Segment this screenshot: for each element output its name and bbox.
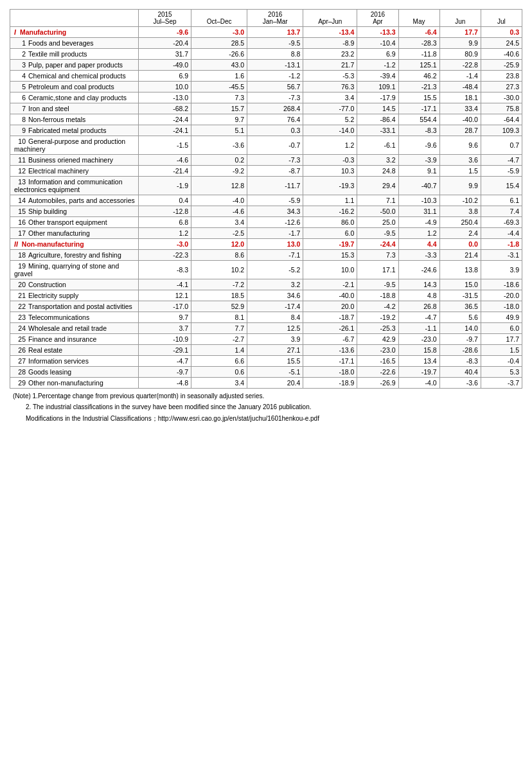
data-cell: -24.1 [139,125,191,136]
data-cell: 29.4 [357,177,398,195]
data-cell: -25.9 [481,60,522,71]
data-cell: 0.6 [191,367,247,378]
table-row: 21Electricity supply12.118.534.6-40.0-18… [10,290,522,301]
data-cell: 15.7 [191,103,247,114]
data-cell: 12.0 [191,239,247,250]
data-cell: -4.7 [398,312,439,323]
data-cell: -9.5 [357,279,398,290]
data-cell: 23.2 [303,49,357,60]
data-cell: -4.8 [139,378,191,389]
data-cell: -22.3 [139,250,191,261]
data-cell: -1.2 [247,71,303,82]
data-cell: 27.1 [247,345,303,356]
data-cell: -24.6 [398,261,439,279]
data-cell: -28.6 [439,345,481,356]
data-cell: 6.0 [303,228,357,239]
data-cell: -22.8 [439,60,481,71]
col-header-oct-dec: Oct–Dec [191,10,247,27]
data-cell: -19.3 [303,177,357,195]
data-cell: 250.4 [439,217,481,228]
data-cell: 20.4 [247,378,303,389]
data-cell: 14.5 [357,103,398,114]
data-cell: 24.5 [481,38,522,49]
data-cell: -19.2 [357,312,398,323]
data-cell: -3.9 [398,155,439,166]
row-label-cell: 10General-purpose and production machine… [10,136,139,155]
row-label-cell: 29Other non-manufacturing [10,378,139,389]
data-cell: 1.1 [303,195,357,206]
data-cell: -40.0 [439,114,481,125]
table-row: 29Other non-manufacturing-4.83.420.4-18.… [10,378,522,389]
data-cell: -0.3 [303,155,357,166]
data-cell: 46.2 [398,71,439,82]
data-cell: 52.9 [191,301,247,312]
data-cell: -50.0 [357,206,398,217]
table-row: 3Pulp, paper and paper products-49.043.0… [10,60,522,71]
data-cell: 31.1 [398,206,439,217]
data-cell: 76.3 [303,82,357,92]
table-row: 20Construction-4.1-7.23.2-2.1-9.514.315.… [10,279,522,290]
col-header-jul: Jul [481,10,522,27]
data-cell: -11.8 [398,49,439,60]
data-cell: -40.6 [481,49,522,60]
data-cell: -30.0 [481,92,522,103]
data-cell: 9.9 [439,177,481,195]
data-cell: 8.1 [191,312,247,323]
data-cell: -19.7 [303,239,357,250]
data-cell: 6.0 [481,323,522,334]
data-cell: -3.6 [439,378,481,389]
data-cell: 7.7 [191,323,247,334]
data-cell: -77.0 [303,103,357,114]
note-2: 2. The industrial classifications in the… [10,403,522,410]
table-row: 22Transportation and postal activities-1… [10,301,522,312]
data-cell: 3.6 [439,155,481,166]
data-cell: 17.7 [439,27,481,38]
data-cell: -28.3 [398,38,439,49]
data-cell: 8.8 [247,49,303,60]
data-cell: 21.4 [439,250,481,261]
col-header-2015-jul-sep: 2015Jul–Sep [139,10,191,27]
row-label-cell: 20Construction [10,279,139,290]
data-cell: 10.3 [303,166,357,177]
data-cell: -25.3 [357,323,398,334]
data-cell: 3.7 [139,323,191,334]
data-cell: -13.1 [247,60,303,71]
data-cell: -12.8 [139,206,191,217]
data-cell: 28.5 [191,38,247,49]
row-label-cell: 28Goods leasing [10,367,139,378]
data-cell: -4.9 [398,217,439,228]
data-cell: 56.7 [247,82,303,92]
data-cell: -17.4 [247,301,303,312]
data-cell: 3.8 [439,206,481,217]
data-cell: 0.3 [481,27,522,38]
data-cell: -19.7 [398,367,439,378]
data-cell: -9.7 [439,334,481,345]
row-label-cell: 17Other manufacturing [10,228,139,239]
row-label-cell: 9Fabricated metal products [10,125,139,136]
data-cell: -0.4 [481,356,522,367]
data-cell: 34.3 [247,206,303,217]
data-cell: -40.7 [398,177,439,195]
data-cell: 0.0 [439,239,481,250]
data-cell: -5.9 [481,166,522,177]
data-cell: 268.4 [247,103,303,114]
data-cell: 7.1 [357,195,398,206]
data-cell: -17.9 [357,92,398,103]
table-row: 13Information and communication electron… [10,177,522,195]
data-cell: 1.2 [139,228,191,239]
data-cell: 0.4 [139,195,191,206]
data-cell: 9.7 [139,312,191,323]
data-cell: -16.5 [357,356,398,367]
data-cell: -21.4 [139,166,191,177]
data-cell: 13.7 [247,27,303,38]
data-cell: -1.1 [398,323,439,334]
row-label-cell: 16Other transport equipment [10,217,139,228]
data-cell: -4.6 [191,206,247,217]
row-label-cell: 14Automobiles, parts and accessories [10,195,139,206]
table-row: 6Ceramic,stone and clay products-13.07.3… [10,92,522,103]
data-cell: 2.4 [439,228,481,239]
data-cell: 109.3 [481,125,522,136]
col-header-label [10,10,139,27]
data-cell: 6.1 [481,195,522,206]
row-label-cell: 1Foods and beverages [10,38,139,49]
